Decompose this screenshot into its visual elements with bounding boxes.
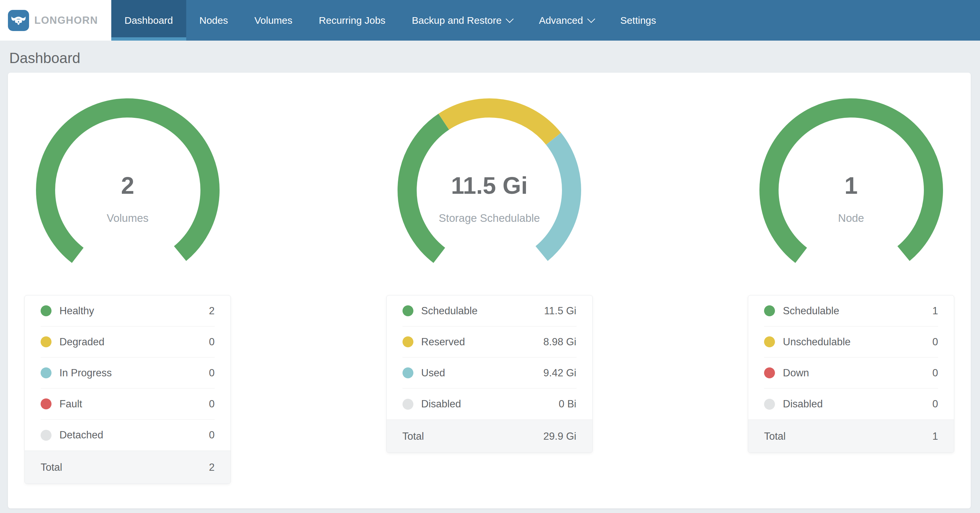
gauge-center-label: Volumes [34,213,221,224]
legend-color-dot [402,367,414,378]
brand-logo[interactable]: LONGHORN [0,0,111,41]
storage-gauge-chart: 11.5 Gi Storage Schedulable [396,97,583,284]
legend-color-dot [402,399,414,410]
legend-row: In Progress0 [41,357,215,389]
legend-row: Fault0 [41,389,215,419]
legend-row: Unschedulable0 [764,327,938,357]
legend-label: Healthy [59,305,94,317]
nav-item-advanced[interactable]: Advanced [526,0,607,41]
legend-color-dot [764,305,775,316]
legend-value: 0 [209,429,215,441]
legend-value: 9.42 Gi [544,367,576,379]
legend-value: 2 [209,305,215,317]
total-label: Total [41,462,62,473]
legend-value: 0 [209,398,215,410]
gauge-center-value: 1 [758,174,945,197]
brand-name: LONGHORN [34,14,98,26]
node-gauge-chart: 1 Node [758,97,945,284]
legend-color-dot [41,337,51,347]
nav-items: Dashboard Nodes Volumes Recurring Jobs B… [111,0,669,41]
legend-value: 8.98 Gi [544,336,576,348]
legend-color-dot [764,367,775,378]
total-value: 2 [209,462,215,473]
legend-row: Healthy2 [41,295,215,327]
legend-color-dot [41,367,51,378]
legend-row: Detached0 [41,419,215,451]
legend-value: 0 Bi [559,398,576,410]
nav-label: Dashboard [124,15,173,26]
legend-color-dot [402,305,414,316]
legend-label: Detached [59,429,103,441]
gauge-center-label: Node [758,213,945,224]
legend-row: Schedulable1 [764,295,938,327]
legend-row: Schedulable11.5 Gi [402,295,576,327]
legend-label: Unschedulable [783,336,851,348]
storage-legend: Schedulable11.5 GiReserved8.98 GiUsed9.4… [386,295,593,453]
legend-row: Disabled0 Bi [402,389,576,419]
dashboard-card: 2 Volumes Healthy2Degraded0In Progress0F… [8,73,971,508]
nav-label: Settings [620,15,656,26]
legend-label: Down [783,367,809,379]
volumes-panel: 2 Volumes Healthy2Degraded0In Progress0F… [24,97,231,484]
total-label: Total [764,430,786,442]
volumes-legend: Healthy2Degraded0In Progress0Fault0Detac… [24,295,231,484]
nav-label: Recurring Jobs [319,15,386,26]
nav-label: Backup and Restore [412,15,501,26]
gauge-segment [444,108,554,139]
legend-color-dot [41,399,51,409]
legend-value: 0 [932,398,938,410]
gauge-center-value: 2 [34,174,221,197]
page-title: Dashboard [9,50,980,66]
legend-value: 1 [932,305,938,317]
legend-row: Disabled0 [764,389,938,419]
legend-value: 0 [932,367,938,379]
nav-item-volumes[interactable]: Volumes [241,0,305,41]
nav-item-dashboard[interactable]: Dashboard [111,0,186,41]
legend-value: 0 [932,336,938,348]
longhorn-bull-icon [8,10,29,31]
nav-label: Nodes [199,15,228,26]
nav-item-backup-and-restore[interactable]: Backup and Restore [399,0,526,41]
nav-label: Advanced [539,15,583,26]
legend-row: Used9.42 Gi [402,357,576,389]
legend-label: Disabled [421,398,461,410]
legend-row: Reserved8.98 Gi [402,327,576,357]
chevron-down-icon [587,15,595,23]
total-value: 29.9 Gi [544,430,576,442]
chevron-down-icon [506,15,514,23]
legend-label: Disabled [783,398,823,410]
legend-value: 0 [209,336,215,348]
nav-item-recurring-jobs[interactable]: Recurring Jobs [306,0,399,41]
gauge-center-label: Storage Schedulable [396,213,583,224]
legend-label: Used [421,367,445,379]
legend-color-dot [764,337,775,347]
volumes-gauge-chart: 2 Volumes [34,97,221,284]
legend-label: Schedulable [783,305,839,317]
nav-item-settings[interactable]: Settings [607,0,669,41]
storage-panel: 11.5 Gi Storage Schedulable Schedulable1… [386,97,593,453]
gauge-center-value: 11.5 Gi [396,174,583,197]
legend-color-dot [41,305,51,316]
node-panel: 1 Node Schedulable1Unschedulable0Down0Di… [748,97,954,453]
legend-label: In Progress [59,367,112,379]
legend-label: Fault [59,398,82,410]
legend-value: 11.5 Gi [544,305,576,317]
legend-color-dot [764,399,775,410]
nav-item-nodes[interactable]: Nodes [186,0,241,41]
total-label: Total [402,430,424,442]
legend-total-row: Total 2 [25,451,231,484]
legend-label: Degraded [59,336,104,348]
legend-total-row: Total 29.9 Gi [387,419,592,453]
legend-row: Degraded0 [41,327,215,357]
top-navbar: LONGHORN Dashboard Nodes Volumes Recurri… [0,0,980,41]
node-legend: Schedulable1Unschedulable0Down0Disabled0… [748,295,954,453]
nav-label: Volumes [254,15,292,26]
legend-label: Schedulable [421,305,478,317]
legend-row: Down0 [764,357,938,389]
legend-total-row: Total 1 [748,419,954,453]
total-value: 1 [932,430,938,442]
legend-color-dot [41,430,51,441]
legend-value: 0 [209,367,215,379]
legend-label: Reserved [421,336,465,348]
legend-color-dot [402,337,414,347]
